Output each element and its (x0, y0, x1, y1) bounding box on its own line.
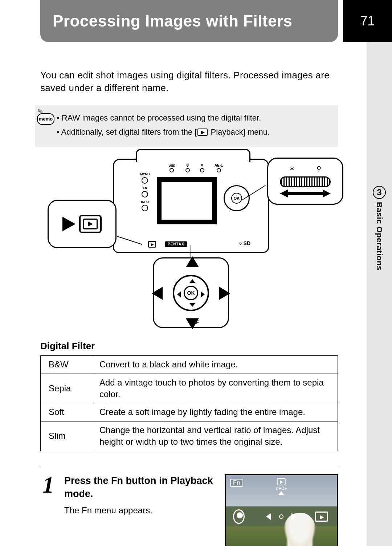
page-edge-strip (367, 0, 392, 546)
playback-icon (197, 129, 208, 136)
chapter-number-circle: 3 (373, 186, 386, 199)
arrow-up-icon (186, 256, 199, 267)
dpof-icon: DPOF (276, 478, 287, 495)
brand-label: PENTAX (165, 241, 187, 247)
nav-cross-icon (266, 513, 297, 520)
e-dial-icon (280, 176, 331, 187)
playback-icon (83, 219, 98, 229)
step-1: 1 Press the Fn button in Playback mode. … (40, 466, 338, 546)
memo-item: Additionally, set digital filters from t… (57, 126, 331, 138)
callout-e-dial: ✶ ⚲ (267, 158, 343, 205)
table-row: B&WConvert to a black and white image. (41, 356, 338, 374)
four-way-controller-icon: OK (224, 185, 250, 211)
digital-filter-table: B&WConvert to a black and white image. S… (40, 355, 338, 451)
step-body: The Fn menu appears. (64, 505, 217, 516)
callout-playback-button (48, 200, 117, 248)
memo-box: ✎ memo RAW images cannot be processed us… (35, 105, 338, 147)
arrow-left-icon (152, 287, 163, 300)
intro-text: You can edit shot images using digital f… (40, 69, 338, 94)
table-row: SlimChange the horizontal and vertical r… (41, 421, 338, 451)
step-title: Press the Fn button in Playback mode. (64, 474, 217, 501)
arrow-right-icon (62, 217, 75, 231)
camera-lcd (157, 177, 217, 224)
table-row: SepiaAdd a vintage touch to photos by co… (41, 374, 338, 403)
slideshow-option-icon (315, 512, 328, 522)
table-row: SoftCreate a soft image by lightly fadin… (41, 403, 338, 421)
chapter-side-tab: 3 Basic Operations (372, 186, 387, 270)
memo-icon: ✎ memo (36, 110, 55, 125)
step-number: 1 (40, 476, 56, 494)
table-heading: Digital Filter (40, 341, 338, 352)
star-icon: ✶ (289, 165, 295, 173)
camera-body-illustration: Sup ⚲ ⚲ AE-L MENU Fn INFO PENTAX OK SD (113, 159, 269, 253)
arrow-right-icon (219, 287, 230, 300)
fn-badge: Fn (230, 479, 243, 487)
camera-diagram: Sup ⚲ ⚲ AE-L MENU Fn INFO PENTAX OK SD (40, 158, 338, 328)
magnify-icon: ⚲ (317, 165, 321, 173)
lcd-screenshot: Fn DPOF OKExit (225, 474, 338, 546)
chapter-title: Basic Operations (375, 202, 384, 270)
page-title: Processing Images with Filters (40, 0, 338, 42)
filter-option-icon (233, 509, 245, 524)
sd-icon: SD (239, 240, 250, 246)
double-arrow-icon (280, 190, 331, 197)
memo-item: RAW images cannot be processed using the… (57, 112, 331, 124)
ok-button-icon: OK (184, 286, 198, 300)
playback-button-icon (148, 241, 156, 248)
callout-four-way-controller: OK F (153, 257, 229, 328)
page-number: 71 (343, 0, 392, 42)
